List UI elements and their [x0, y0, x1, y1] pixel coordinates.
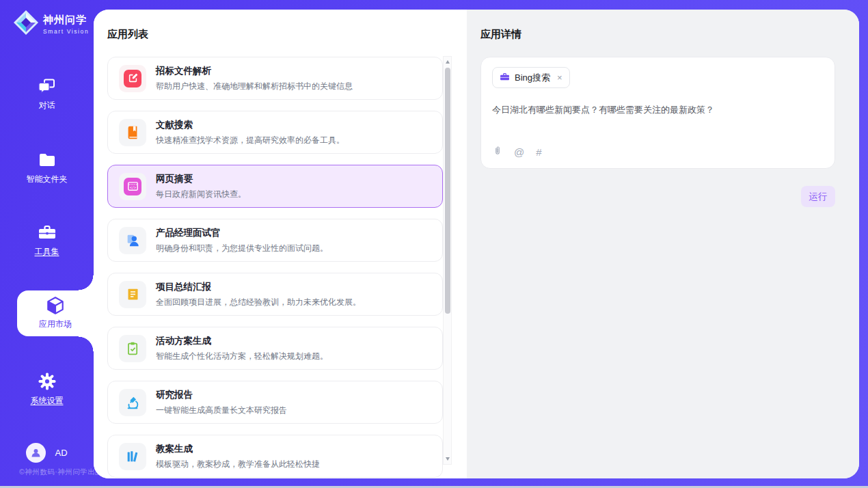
prompt-card[interactable]: Bing搜索 × 今日湖北有哪些新闻要点？有哪些需要关注的最新政策？ @ #: [480, 57, 835, 169]
gear-icon: [0, 372, 94, 391]
briefcase-icon: [500, 72, 510, 84]
app-description: 每日政府新闻资讯快查。: [156, 189, 246, 200]
app-name: 招标文件解析: [156, 65, 353, 77]
app-card-pm-interviewer[interactable]: 产品经理面试官 明确身份和职责，为您提供专业性的面试问题。: [107, 219, 443, 262]
app-card-literature-search[interactable]: 文献搜索 快速精准查找学术资源，提高研究效率的必备工具。: [107, 111, 443, 154]
sidebar-item-label: 对话: [39, 100, 55, 111]
sidebar-item-label: 智能文件夹: [27, 174, 68, 185]
sidebar-item-label: 系统设置: [31, 395, 64, 407]
app-card-bid-document-parse[interactable]: 招标文件解析 帮助用户快速、准确地理解和解析招标书中的关键信息: [107, 57, 443, 100]
project-report-icon: [119, 281, 146, 308]
sidebar-item-settings[interactable]: 系统设置: [0, 372, 94, 407]
app-detail-panel: 应用详情 Bing搜索 × 今日湖北有哪些新闻要点？有哪些需要关注的最新政策？: [467, 10, 859, 478]
web-summary-icon: </>: [119, 173, 146, 200]
remove-tool-icon[interactable]: ×: [557, 72, 562, 83]
run-button[interactable]: 运行: [801, 186, 835, 207]
app-card-research-report[interactable]: 研究报告 一键智能生成高质量长文本研究报告: [107, 381, 443, 424]
app-card-lesson-plan[interactable]: 教案生成 模板驱动，教案秒成，教学准备从此轻松快捷: [107, 435, 443, 478]
interviewer-icon: [119, 227, 146, 254]
sidebar: 神州问学 Smart Vision 对话 智能文件夹: [0, 0, 94, 486]
literature-book-icon: [119, 119, 146, 146]
app-name: 网页摘要: [156, 173, 246, 185]
logo-title: 神州问学: [43, 14, 89, 27]
scroll-down-arrow-icon[interactable]: [444, 455, 451, 463]
query-text[interactable]: 今日湖北有哪些新闻要点？有哪些需要关注的最新政策？: [492, 104, 824, 116]
app-name: 项目总结汇报: [156, 281, 361, 293]
app-name: 教案生成: [156, 443, 320, 455]
app-list-panel: 应用列表 招标文件解析 帮助用户快速、准确地理解和解析招标书中的关键信息: [94, 10, 467, 478]
app-description: 明确身份和职责，为您提供专业性的面试问题。: [156, 243, 328, 254]
app-detail-title: 应用详情: [467, 10, 859, 41]
sidebar-item-smart-folder[interactable]: 智能文件夹: [0, 150, 94, 185]
sidebar-item-app-market[interactable]: 应用市场: [17, 290, 94, 336]
event-plan-icon: [119, 335, 146, 362]
folder-icon: [0, 150, 94, 170]
sidebar-item-label: 工具集: [35, 246, 59, 258]
avatar: [26, 443, 46, 463]
content-panel: 应用列表 招标文件解析 帮助用户快速、准确地理解和解析招标书中的关键信息: [94, 10, 859, 478]
app-description: 全面回顾项目进展，总结经验教训，助力未来优化发展。: [156, 297, 361, 308]
app-card-event-plan[interactable]: 活动方案生成 智能生成个性化活动方案，轻松解决规划难题。: [107, 327, 443, 370]
sidebar-item-label: 应用市场: [39, 318, 72, 330]
sidebar-item-toolset[interactable]: 工具集: [0, 223, 94, 258]
app-card-project-summary[interactable]: 项目总结汇报 全面回顾项目进展，总结经验教训，助力未来优化发展。: [107, 273, 443, 316]
user-name: AD: [55, 448, 67, 458]
person-icon: [30, 447, 42, 459]
app-description: 一键智能生成高质量长文本研究报告: [156, 405, 287, 416]
app-description: 模板驱动，教案秒成，教学准备从此轻松快捷: [156, 459, 320, 470]
app-card-web-summary[interactable]: </> 网页摘要 每日政府新闻资讯快查。: [107, 165, 443, 208]
hashtag-icon[interactable]: #: [536, 146, 541, 158]
app-name: 活动方案生成: [156, 335, 328, 347]
user-chip[interactable]: AD: [0, 443, 94, 463]
sidebar-item-chat[interactable]: 对话: [0, 77, 94, 111]
app-description: 帮助用户快速、准确地理解和解析招标书中的关键信息: [156, 81, 353, 92]
app-name: 研究报告: [156, 389, 287, 401]
logo-subtitle: Smart Vision: [43, 28, 89, 35]
logo-diamond-icon: [12, 9, 40, 39]
svg-text:</>: </>: [130, 185, 136, 189]
chat-icon: [0, 77, 94, 96]
scroll-up-arrow-icon[interactable]: [444, 58, 451, 66]
research-report-icon: [119, 389, 146, 416]
tool-tag-bing-search[interactable]: Bing搜索 ×: [492, 67, 570, 88]
app-description: 智能生成个性化活动方案，轻松解决规划难题。: [156, 351, 328, 362]
scrollbar-thumb[interactable]: [445, 68, 450, 314]
input-toolbar: @ #: [493, 145, 542, 159]
toolbox-icon: [0, 223, 94, 242]
app-list-title: 应用列表: [94, 10, 467, 41]
app-description: 快速精准查找学术资源，提高研究效率的必备工具。: [156, 135, 344, 146]
copyright-text: ©神州数码·神州问学出品: [19, 467, 103, 477]
cube-icon: [17, 295, 94, 314]
tool-tag-label: Bing搜索: [515, 72, 550, 84]
app-cards: 招标文件解析 帮助用户快速、准确地理解和解析招标书中的关键信息 文献搜索 快速精…: [94, 57, 467, 478]
app-name: 产品经理面试官: [156, 227, 328, 239]
app-logo: 神州问学 Smart Vision: [12, 9, 89, 39]
attachment-icon[interactable]: [493, 145, 502, 159]
scrollbar[interactable]: [443, 56, 452, 465]
bid-document-icon: [119, 65, 146, 92]
mention-icon[interactable]: @: [514, 146, 524, 158]
app-name: 文献搜索: [156, 119, 344, 131]
lesson-plan-icon: [119, 443, 146, 470]
